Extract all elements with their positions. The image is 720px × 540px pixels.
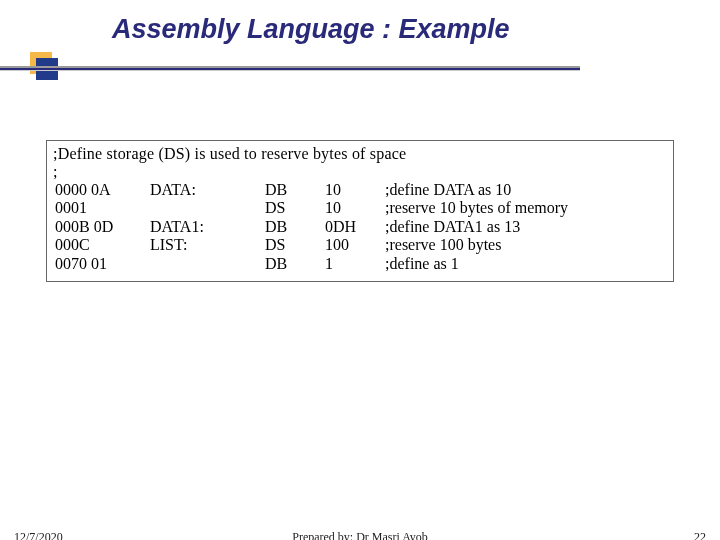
cell-addr: 000C [53, 236, 148, 254]
slide-title: Assembly Language : Example [112, 14, 510, 45]
cell-cmt: ;define DATA1 as 13 [383, 218, 667, 236]
cell-dir: DS [263, 199, 323, 217]
cell-addr: 0000 0A [53, 181, 148, 199]
cell-val: 0DH [323, 218, 383, 236]
cell-addr: 000B 0D [53, 218, 148, 236]
cell-label: DATA1: [148, 218, 263, 236]
table-row: 000B 0D DATA1: DB 0DH ;define DATA1 as 1… [53, 218, 667, 236]
cell-val: 100 [323, 236, 383, 254]
cell-dir: DB [263, 218, 323, 236]
cell-label [148, 255, 263, 273]
table-row: 000C LIST: DS 100 ;reserve 100 bytes [53, 236, 667, 254]
cell-label [148, 199, 263, 217]
table-row: 0001 DS 10 ;reserve 10 bytes of memory [53, 199, 667, 217]
cell-val: 1 [323, 255, 383, 273]
cell-label: LIST: [148, 236, 263, 254]
cell-cmt: ;define DATA as 10 [383, 181, 667, 199]
cell-addr: 0001 [53, 199, 148, 217]
table-row: 0070 01 DB 1 ;define as 1 [53, 255, 667, 273]
cell-dir: DB [263, 255, 323, 273]
code-box: ;Define storage (DS) is used to reserve … [46, 140, 674, 282]
code-table: 0000 0A DATA: DB 10 ;define DATA as 10 0… [53, 181, 667, 273]
title-underline-3 [0, 70, 580, 71]
cell-cmt: ;reserve 10 bytes of memory [383, 199, 667, 217]
slide: Assembly Language : Example ;Define stor… [0, 0, 720, 540]
code-comment-line: ; [53, 163, 667, 181]
cell-label: DATA: [148, 181, 263, 199]
footer-prepared: Prepared by: Dr Masri Ayob [0, 530, 720, 540]
table-row: 0000 0A DATA: DB 10 ;define DATA as 10 [53, 181, 667, 199]
cell-dir: DS [263, 236, 323, 254]
cell-addr: 0070 01 [53, 255, 148, 273]
cell-cmt: ;define as 1 [383, 255, 667, 273]
cell-dir: DB [263, 181, 323, 199]
cell-val: 10 [323, 199, 383, 217]
code-comment-line: ;Define storage (DS) is used to reserve … [53, 145, 667, 163]
cell-val: 10 [323, 181, 383, 199]
footer-page: 22 [694, 530, 706, 540]
cell-cmt: ;reserve 100 bytes [383, 236, 667, 254]
